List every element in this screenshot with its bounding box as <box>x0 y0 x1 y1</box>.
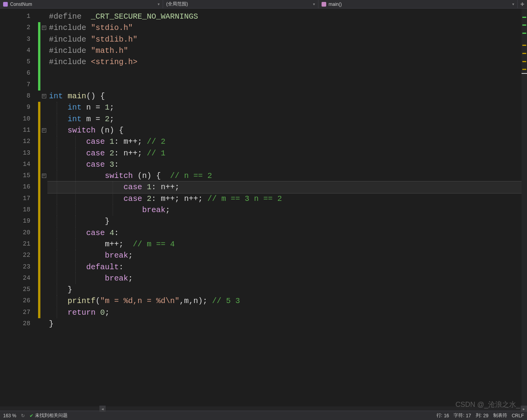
code-line: #include "stdio.h" <box>47 22 527 33</box>
line-number: 7 <box>0 79 38 91</box>
code-line: break; <box>47 204 527 216</box>
line-number: 22 <box>0 250 38 261</box>
code-line: case 4: <box>47 227 527 239</box>
function-icon <box>322 2 326 7</box>
code-line: case 2: m++; n++; // m == 3 n == 2 <box>47 193 527 204</box>
line-number: 17 <box>0 193 38 204</box>
line-number: 4 <box>0 45 38 56</box>
split-button[interactable]: ✚ <box>518 2 527 7</box>
indent-mode[interactable]: 制表符 <box>493 412 507 419</box>
line-number: 16 <box>0 181 38 193</box>
scope-dropdown[interactable]: (全局范围) ▾ <box>163 0 318 8</box>
line-number: 2 <box>0 22 38 33</box>
project-dropdown[interactable]: ConstNum ▾ <box>0 0 163 8</box>
line-number: 27 <box>0 307 38 318</box>
cursor-char[interactable]: 字符: 17 <box>454 412 471 419</box>
code-editor[interactable]: 1 2 3 4 5 6 7 8 9 10 11 12 13 14 15 16 1… <box>0 9 527 406</box>
code-line: } <box>47 284 527 295</box>
line-number: 23 <box>0 261 38 273</box>
line-number: 8 <box>0 91 38 102</box>
cursor-col[interactable]: 列: 29 <box>476 412 489 419</box>
scroll-left-icon[interactable]: ◂ <box>99 406 106 412</box>
check-icon: ✔ <box>30 413 33 418</box>
code-line-current: case 1: n++; <box>47 181 527 193</box>
code-line: int m = 2; <box>47 113 527 125</box>
line-number: 5 <box>0 56 38 68</box>
code-line: #include <string.h> <box>47 56 527 68</box>
line-number: 28 <box>0 318 38 329</box>
code-line: #include "math.h" <box>47 45 527 56</box>
code-line: return 0; <box>47 307 527 318</box>
line-number: 14 <box>0 159 38 170</box>
fold-toggle[interactable]: ⊟ <box>40 170 47 181</box>
project-label: ConstNum <box>10 2 158 7</box>
code-line: int n = 1; <box>47 102 527 113</box>
code-line: m++; // m == 4 <box>47 239 527 250</box>
code-line: break; <box>47 250 527 261</box>
line-number: 13 <box>0 148 38 159</box>
issues-status[interactable]: ✔未找到相关问题 <box>30 412 68 419</box>
refresh-icon[interactable]: ↻ <box>21 413 25 418</box>
code-line: int main() { <box>47 91 527 102</box>
line-number-gutter: 1 2 3 4 5 6 7 8 9 10 11 12 13 14 15 16 1… <box>0 9 38 406</box>
line-number: 20 <box>0 227 38 239</box>
code-line: switch (n) { <box>47 125 527 136</box>
line-number: 11 <box>0 125 38 136</box>
symbol-dropdown[interactable]: main() ▾ <box>318 0 518 8</box>
code-line: break; <box>47 273 527 284</box>
code-line: #include "stdlib.h" <box>47 34 527 45</box>
chevron-down-icon: ▾ <box>158 2 160 6</box>
code-content[interactable]: #define _CRT_SECURE_NO_WARNINGS #include… <box>47 9 527 406</box>
line-number: 10 <box>0 113 38 125</box>
code-line: case 1: m++; // 2 <box>47 136 527 147</box>
scroll-right-icon[interactable]: ▸ <box>521 406 527 412</box>
zoom-level[interactable]: 163 % <box>3 413 16 418</box>
fold-toggle[interactable]: ⊟ <box>40 125 47 136</box>
line-number: 9 <box>0 102 38 113</box>
line-number: 3 <box>0 34 38 45</box>
line-number: 26 <box>0 295 38 307</box>
scope-label: (全局范围) <box>166 1 313 7</box>
line-number: 19 <box>0 216 38 227</box>
fold-toggle[interactable]: ⊟ <box>40 91 47 102</box>
line-number: 12 <box>0 136 38 147</box>
code-line: #define _CRT_SECURE_NO_WARNINGS <box>47 11 527 22</box>
code-line <box>47 79 527 91</box>
line-number: 18 <box>0 204 38 216</box>
line-number: 1 <box>0 11 38 22</box>
line-number: 15 <box>0 170 38 181</box>
code-line: case 2: n++; // 1 <box>47 148 527 159</box>
status-bar: 163 % ↻ ✔未找到相关问题 行: 16 字符: 17 列: 29 制表符 … <box>0 411 527 420</box>
cursor-line[interactable]: 行: 16 <box>437 412 449 419</box>
code-line: printf("m = %d,n = %d\n",m,n); // 5 3 <box>47 295 527 307</box>
chevron-down-icon: ▾ <box>512 2 514 6</box>
project-icon <box>3 2 8 7</box>
horizontal-scrollbar[interactable]: ◂ ▸ <box>0 406 527 411</box>
code-line <box>47 68 527 79</box>
code-line: } <box>47 216 527 227</box>
line-number: 21 <box>0 239 38 250</box>
vertical-scrollbar[interactable] <box>522 9 527 411</box>
chevron-down-icon: ▾ <box>313 2 315 6</box>
fold-toggle[interactable]: ⊟ <box>40 22 47 33</box>
line-number: 24 <box>0 273 38 284</box>
fold-gutter: ⊟ ⊟ ⊟ ⊟ <box>40 9 47 406</box>
line-number: 25 <box>0 284 38 295</box>
line-number: 6 <box>0 68 38 79</box>
code-line: case 3: <box>47 159 527 170</box>
code-line: default: <box>47 261 527 273</box>
line-ending[interactable]: CRLF <box>512 413 524 418</box>
navigation-bar: ConstNum ▾ (全局范围) ▾ main() ▾ ✚ <box>0 0 527 9</box>
code-line: } <box>47 318 527 329</box>
code-line: switch (n) { // n == 2 <box>47 170 527 181</box>
symbol-label: main() <box>329 2 512 7</box>
